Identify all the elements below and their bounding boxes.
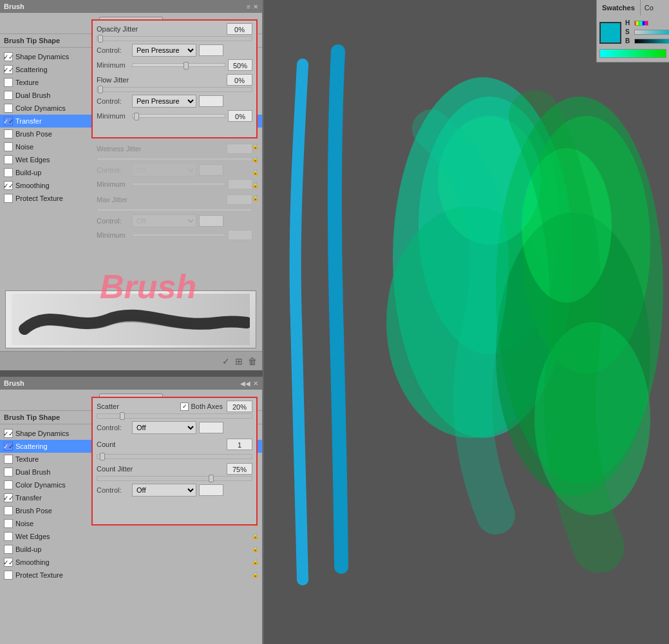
b-label: B <box>625 37 633 44</box>
count-value[interactable]: 1 <box>227 439 252 450</box>
b-slider[interactable] <box>634 39 669 44</box>
b-smoothing-label: Smoothing <box>15 558 249 566</box>
swatches-tab-bar: Swatches Co <box>597 0 669 15</box>
list-item[interactable]: Wet Edges 🔒 <box>0 530 262 543</box>
b-dual-brush-check[interactable] <box>4 468 13 477</box>
noise-check[interactable] <box>4 142 13 151</box>
scatter-control-value <box>199 422 223 433</box>
opacity-jitter-slider[interactable] <box>97 36 252 41</box>
hue-slider[interactable] <box>634 21 648 26</box>
min-slider-2[interactable] <box>132 114 225 118</box>
swatches-panel: Swatches Co H S B <box>596 0 669 62</box>
color-sliders: H S B <box>625 19 669 46</box>
count-jitter-value[interactable]: 75% <box>227 463 252 475</box>
max-jitter-value <box>227 194 252 205</box>
b-protect-texture-label: Protect Texture <box>15 571 249 579</box>
transfer-check[interactable]: ✓ <box>4 117 13 126</box>
min-value-2: 0% <box>228 110 252 122</box>
canvas-area[interactable] <box>264 0 669 644</box>
panel-collapse-icon-bottom[interactable]: ◀◀ <box>240 380 250 387</box>
b-buildup-label: Build-up <box>15 545 249 553</box>
flow-jitter-value[interactable]: 0% <box>227 74 252 86</box>
color-dynamics-check[interactable] <box>4 104 13 113</box>
scatter-control-label: Control: <box>97 424 132 431</box>
panel-toolbar-icon-1[interactable]: ✓ <box>222 356 230 366</box>
scattering-settings-box: Scatter ✓ Both Axes 20% Control: Off Cou… <box>91 397 258 526</box>
b-protect-texture-check[interactable] <box>4 571 13 580</box>
max-min-value <box>228 230 252 240</box>
panel-controls-bottom: ◀◀ ✕ <box>240 380 258 387</box>
swatches-co-tab[interactable]: Co <box>641 0 657 15</box>
b-wet-edges-check[interactable] <box>4 532 13 541</box>
b-texture-check[interactable] <box>4 455 13 464</box>
dual-brush-check[interactable] <box>4 91 13 100</box>
b-shape-dynamics-check[interactable]: ✓ <box>4 429 13 438</box>
panel-close-icon-bottom[interactable]: ✕ <box>253 380 258 387</box>
shape-dynamics-check[interactable]: ✓ <box>4 52 13 61</box>
panel-collapse-icon[interactable]: ≡ <box>247 3 250 10</box>
wetness-min-row: Minimum <box>93 178 256 190</box>
list-item[interactable]: ✓ Smoothing 🔒 <box>0 556 262 569</box>
panel-title-top: Brush <box>4 3 24 10</box>
b-brush-pose-check[interactable] <box>4 506 13 515</box>
s-slider[interactable] <box>634 30 669 35</box>
b-lock-wet: 🔒 <box>252 533 258 540</box>
count-jitter-control-select[interactable]: Off <box>132 484 196 497</box>
b-transfer-check[interactable]: ✓ <box>4 493 13 502</box>
panel-title-bar-top: Brush ≡ ✕ <box>0 0 262 13</box>
brush-preview-top <box>5 290 256 348</box>
opacity-jitter-value[interactable]: 0% <box>227 23 252 35</box>
panel-toolbar-icon-3[interactable]: 🗑 <box>248 356 257 366</box>
max-control-value <box>199 215 223 227</box>
max-control-row: Control: Off <box>93 213 256 229</box>
max-control-select: Off <box>132 214 196 227</box>
control-select-1[interactable]: Pen Pressure <box>132 44 196 57</box>
disabled-settings-top: Wetness Jitter Control: Off Minimum Max … <box>93 142 256 241</box>
color-strip[interactable] <box>599 49 666 58</box>
swatches-tab[interactable]: Swatches <box>597 0 641 15</box>
max-min-label: Minimum <box>97 231 132 239</box>
scattering-check[interactable]: ✓ <box>4 65 13 74</box>
color-swatch[interactable] <box>599 22 621 44</box>
min-slider-1[interactable] <box>132 63 225 67</box>
scatter-value[interactable]: 20% <box>227 401 252 412</box>
wetness-min-label: Minimum <box>97 180 132 188</box>
scatter-control-select[interactable]: Off <box>132 421 196 434</box>
count-jitter-label: Count Jitter <box>97 465 227 473</box>
s-slider-row: S <box>625 28 669 35</box>
both-axes-checkbox[interactable]: ✓ <box>180 402 189 411</box>
count-jitter-slider[interactable] <box>97 476 252 481</box>
count-jitter-thumb <box>209 475 214 482</box>
texture-check[interactable] <box>4 78 13 87</box>
control-row-1: Control: Pen Pressure <box>93 43 256 58</box>
brush-pose-check[interactable] <box>4 129 13 138</box>
control-row-2: Control: Pen Pressure <box>93 93 256 109</box>
control-label-1: Control: <box>97 46 132 54</box>
panel-close-icon[interactable]: ✕ <box>253 3 258 10</box>
max-min-row: Minimum <box>93 229 256 241</box>
max-control-label: Control: <box>97 217 132 225</box>
b-scattering-check[interactable]: ✓ <box>4 442 13 451</box>
b-noise-check[interactable] <box>4 519 13 528</box>
protect-texture-check[interactable] <box>4 194 13 203</box>
control-select-2[interactable]: Pen Pressure <box>132 95 196 108</box>
buildup-check[interactable] <box>4 168 13 177</box>
min-label-2: Minimum <box>97 112 132 120</box>
wet-edges-check[interactable] <box>4 155 13 164</box>
wetness-control-row: Control: Off <box>93 162 256 178</box>
count-slider[interactable] <box>97 454 252 459</box>
b-color-dynamics-check[interactable] <box>4 480 13 489</box>
list-item[interactable]: Protect Texture 🔒 <box>0 569 262 582</box>
smoothing-check[interactable]: ✓ <box>4 181 13 190</box>
flow-jitter-slider[interactable] <box>97 87 252 92</box>
list-item[interactable]: Build-up 🔒 <box>0 543 262 556</box>
wetness-control-value <box>199 164 223 176</box>
min-row-2: Minimum 0% <box>93 109 256 122</box>
b-buildup-check[interactable] <box>4 545 13 554</box>
panel-toolbar-icon-2[interactable]: ⊞ <box>235 356 243 366</box>
h-slider-row: H <box>625 19 669 26</box>
both-axes-label: Both Axes <box>191 402 223 410</box>
b-smoothing-check[interactable]: ✓ <box>4 558 13 567</box>
count-thumb <box>100 453 105 460</box>
scatter-slider[interactable] <box>97 413 252 419</box>
